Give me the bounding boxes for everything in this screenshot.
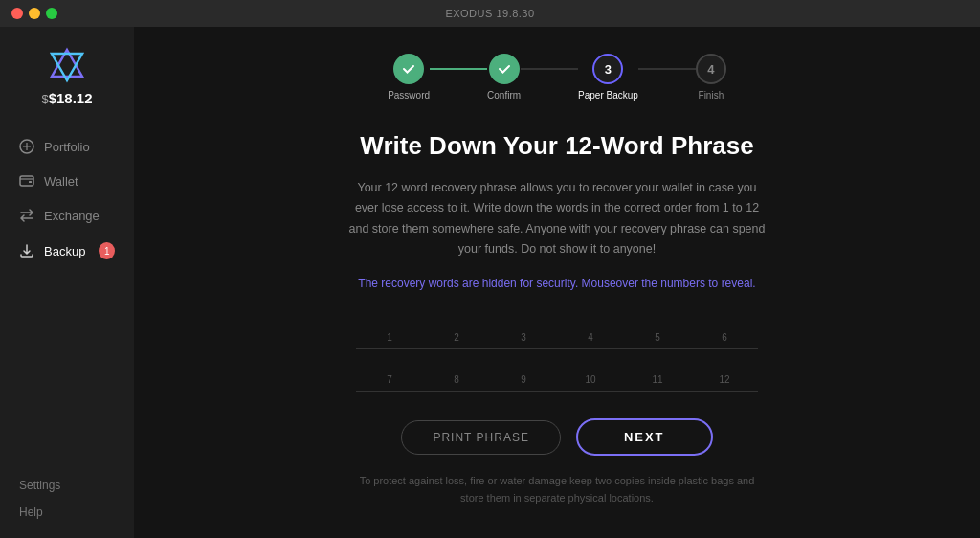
connector-1 bbox=[430, 68, 487, 70]
backup-icon bbox=[19, 243, 34, 258]
phrase-cell-4[interactable]: 4 bbox=[557, 307, 624, 349]
phrase-cell-8[interactable]: 8 bbox=[423, 349, 490, 392]
phrase-word-6 bbox=[705, 315, 744, 328]
step-circle-confirm bbox=[489, 54, 520, 84]
page-description: Your 12 word recovery phrase allows you … bbox=[346, 178, 768, 259]
phrase-word-1 bbox=[370, 315, 409, 328]
phrase-cell-2[interactable]: 2 bbox=[423, 307, 490, 349]
step-circle-password bbox=[393, 54, 424, 84]
sidebar-item-label-wallet: Wallet bbox=[44, 174, 78, 189]
help-link[interactable]: Help bbox=[19, 505, 115, 519]
content-area: Write Down Your 12-Word Phrase Your 12 w… bbox=[327, 131, 787, 506]
step-label-finish: Finish bbox=[699, 90, 724, 101]
phrase-number-8: 8 bbox=[454, 374, 459, 385]
titlebar: EXODUS 19.8.30 bbox=[0, 0, 980, 27]
backup-badge: 1 bbox=[99, 242, 115, 259]
sidebar-item-wallet[interactable]: Wallet bbox=[0, 164, 134, 198]
phrase-number-9: 9 bbox=[521, 374, 526, 385]
phrase-number-12: 12 bbox=[719, 374, 729, 385]
phrase-cell-5[interactable]: 5 bbox=[624, 307, 691, 349]
sidebar: $$18.12 Portfolio Wallet bbox=[0, 27, 134, 538]
traffic-lights bbox=[11, 8, 57, 19]
next-button[interactable]: NEXT bbox=[576, 418, 713, 456]
exchange-icon bbox=[19, 208, 34, 223]
phrase-word-8 bbox=[437, 357, 476, 370]
sidebar-item-label-portfolio: Portfolio bbox=[44, 140, 90, 154]
wallet-icon bbox=[19, 173, 34, 189]
portfolio-icon bbox=[19, 139, 34, 154]
phrase-number-1: 1 bbox=[387, 332, 392, 343]
phrase-word-5 bbox=[638, 315, 677, 328]
connector-3 bbox=[638, 68, 696, 70]
phrase-cell-7[interactable]: 7 bbox=[356, 349, 423, 392]
balance-value: $18.12 bbox=[49, 90, 93, 106]
connector-2 bbox=[521, 68, 578, 70]
phrase-grid: 1 2 3 4 5 6 7 8 9 bbox=[356, 307, 758, 392]
sidebar-item-backup[interactable]: Backup 1 bbox=[0, 233, 134, 269]
step-circle-paper-backup: 3 bbox=[592, 54, 623, 84]
phrase-cell-3[interactable]: 3 bbox=[490, 307, 557, 349]
phrase-cell-11[interactable]: 11 bbox=[624, 349, 691, 392]
phrase-word-2 bbox=[437, 315, 476, 328]
phrase-word-11 bbox=[638, 357, 677, 370]
step-finish: 4 Finish bbox=[696, 54, 726, 101]
phrase-word-4 bbox=[571, 315, 610, 328]
svg-rect-4 bbox=[29, 181, 32, 183]
page-title: Write Down Your 12-Word Phrase bbox=[360, 131, 753, 161]
sidebar-item-label-exchange: Exchange bbox=[44, 209, 100, 223]
step-number-finish: 4 bbox=[707, 62, 714, 77]
check-icon bbox=[401, 61, 416, 77]
phrase-number-6: 6 bbox=[722, 332, 727, 343]
sidebar-item-exchange[interactable]: Exchange bbox=[0, 198, 134, 233]
step-circle-finish: 4 bbox=[696, 54, 726, 84]
minimize-button[interactable] bbox=[29, 8, 40, 19]
close-button[interactable] bbox=[11, 8, 23, 19]
stepper: Password Confirm 3 Paper Backup bbox=[388, 54, 726, 101]
sidebar-item-label-backup: Backup bbox=[44, 244, 85, 258]
phrase-word-12 bbox=[705, 357, 744, 370]
balance-dollar: $ bbox=[41, 92, 48, 106]
security-hint: The recovery words are hidden for securi… bbox=[358, 277, 755, 290]
sidebar-logo: $$18.12 bbox=[0, 46, 134, 106]
exodus-logo-icon bbox=[48, 46, 86, 84]
step-confirm: Confirm bbox=[487, 54, 521, 101]
phrase-number-4: 4 bbox=[588, 332, 593, 343]
step-password: Password bbox=[388, 54, 430, 101]
phrase-cell-9[interactable]: 9 bbox=[490, 349, 557, 392]
sidebar-bottom: Settings Help bbox=[0, 479, 134, 519]
footer-note: To protect against loss, fire or water d… bbox=[356, 473, 758, 506]
phrase-cell-1[interactable]: 1 bbox=[356, 307, 423, 349]
print-phrase-button[interactable]: PRINT PHRASE bbox=[401, 420, 560, 455]
step-label-password: Password bbox=[388, 90, 430, 101]
phrase-number-2: 2 bbox=[454, 332, 459, 343]
phrase-word-7 bbox=[370, 357, 409, 370]
step-label-confirm: Confirm bbox=[487, 90, 521, 101]
phrase-cell-10[interactable]: 10 bbox=[557, 349, 624, 392]
maximize-button[interactable] bbox=[46, 8, 57, 19]
phrase-number-5: 5 bbox=[655, 332, 660, 343]
step-number-paper-backup: 3 bbox=[605, 62, 612, 77]
phrase-word-10 bbox=[571, 357, 610, 370]
sidebar-item-portfolio[interactable]: Portfolio bbox=[0, 129, 134, 164]
phrase-number-10: 10 bbox=[585, 374, 595, 385]
check-icon-2 bbox=[497, 61, 512, 77]
phrase-number-11: 11 bbox=[652, 374, 662, 385]
phrase-cell-6[interactable]: 6 bbox=[691, 307, 758, 349]
settings-link[interactable]: Settings bbox=[19, 479, 115, 492]
step-label-paper-backup: Paper Backup bbox=[578, 90, 638, 101]
svg-rect-3 bbox=[20, 176, 33, 186]
phrase-word-3 bbox=[504, 315, 543, 328]
main-content: Password Confirm 3 Paper Backup bbox=[134, 27, 980, 538]
step-paper-backup: 3 Paper Backup bbox=[578, 54, 638, 101]
button-row: PRINT PHRASE NEXT bbox=[401, 418, 712, 456]
phrase-cell-12[interactable]: 12 bbox=[691, 349, 758, 392]
sidebar-nav: Portfolio Wallet Exchange bbox=[0, 129, 134, 479]
app-title: EXODUS 19.8.30 bbox=[445, 8, 534, 19]
phrase-word-9 bbox=[504, 357, 543, 370]
phrase-number-7: 7 bbox=[387, 374, 392, 385]
phrase-number-3: 3 bbox=[521, 332, 526, 343]
sidebar-balance: $$18.12 bbox=[41, 90, 92, 106]
